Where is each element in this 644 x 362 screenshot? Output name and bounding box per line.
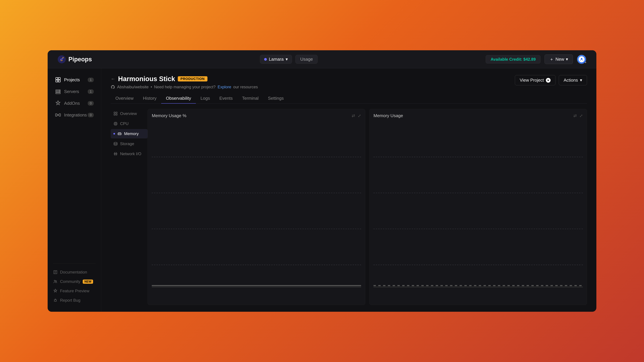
sidebar-item-addons[interactable]: AddOns 0	[50, 97, 99, 109]
chart-expand-icon-2[interactable]: ⤢	[580, 113, 583, 118]
logo-icon	[58, 55, 66, 63]
svg-rect-12	[56, 114, 57, 116]
chart-expand-icon[interactable]: ⤢	[358, 113, 361, 118]
svg-rect-24	[115, 123, 116, 124]
memory-icon	[118, 132, 122, 136]
tabs: Overview History Observability Logs Even…	[111, 93, 587, 104]
integrations-icon	[55, 112, 61, 118]
chart-body-memory	[374, 121, 583, 301]
sidebar-item-servers[interactable]: Servers 1	[50, 86, 99, 97]
back-button[interactable]: ←	[111, 77, 116, 81]
workspace-chevron: ▾	[286, 57, 288, 62]
workspace-dot	[264, 58, 267, 61]
svg-rect-20	[116, 112, 117, 113]
memory-usage-pct-chart: Memory Usage % ⇄ ⤢	[148, 109, 365, 305]
chart-title-memory: Memory Usage	[374, 113, 403, 118]
new-button[interactable]: ＋ New ▾	[544, 54, 573, 64]
usage-button[interactable]: Usage	[295, 55, 318, 64]
svg-rect-23	[114, 122, 117, 125]
workspace-name: Lamara	[269, 57, 284, 62]
svg-point-16	[56, 281, 57, 282]
report-bug-icon	[53, 298, 58, 303]
svg-point-1	[62, 57, 64, 58]
obs-nav-overview[interactable]: Overview	[111, 109, 148, 118]
tab-history[interactable]: History	[138, 93, 161, 104]
tab-terminal[interactable]: Terminal	[237, 93, 263, 104]
documentation-icon	[53, 270, 58, 275]
sidebar-bottom: Documentation Community NEW	[48, 266, 101, 306]
credit-value: $42.89	[524, 57, 536, 61]
active-indicator	[113, 133, 115, 135]
page-header-right: View Project Actions ▾	[515, 75, 587, 85]
integrations-badge: 0	[88, 113, 94, 117]
sidebar-item-servers-label: Servers	[64, 89, 79, 94]
network-io-icon	[113, 152, 118, 156]
sidebar-item-integrations[interactable]: Integrations 0	[50, 109, 99, 121]
env-badge: PRODUCTION	[178, 76, 207, 81]
feature-preview-icon	[53, 289, 58, 293]
sidebar-nav: Projects 1 Servers	[48, 74, 101, 261]
svg-rect-4	[58, 78, 60, 80]
breadcrumb-row: ← Harmonious Stick PRODUCTION	[111, 75, 258, 83]
community-new-badge: NEW	[83, 280, 93, 284]
projects-badge: 1	[88, 78, 94, 82]
sidebar-item-integrations-label: Integrations	[64, 112, 87, 118]
sidebar-item-projects[interactable]: Projects 1	[50, 74, 99, 85]
main-layout: Projects 1 Servers	[48, 68, 596, 312]
obs-nav-network-io[interactable]: Network I/O	[111, 149, 148, 159]
svg-rect-19	[114, 112, 115, 113]
page-header: ← Harmonious Stick PRODUCTION Abshaibu/w…	[111, 75, 587, 89]
cpu-icon	[113, 121, 118, 126]
obs-nav-storage[interactable]: Storage	[111, 139, 148, 148]
addons-badge: 0	[88, 101, 94, 106]
svg-rect-27	[120, 134, 120, 134]
svg-rect-13	[59, 114, 60, 116]
storage-icon	[113, 142, 118, 146]
header-center: Lamara ▾ Usage	[92, 55, 486, 64]
sidebar-link-documentation[interactable]: Documentation	[48, 268, 101, 277]
obs-nav-cpu[interactable]: CPU	[111, 119, 148, 128]
projects-icon	[55, 77, 61, 83]
play-icon	[546, 78, 550, 83]
credit-badge: Available Credit: $42.89	[486, 55, 540, 63]
tab-logs[interactable]: Logs	[196, 93, 215, 104]
chart-body-memory-pct	[152, 121, 361, 301]
svg-point-29	[114, 142, 117, 144]
svg-rect-5	[56, 80, 58, 82]
workspace-selector[interactable]: Lamara ▾	[260, 55, 292, 64]
svg-point-11	[59, 91, 60, 92]
user-avatar-button[interactable]: ▾	[577, 55, 586, 64]
svg-point-14	[58, 114, 58, 115]
tab-settings[interactable]: Settings	[263, 93, 288, 104]
svg-point-15	[54, 280, 55, 281]
overview-icon	[113, 111, 118, 116]
svg-rect-22	[116, 114, 117, 115]
tab-overview[interactable]: Overview	[111, 93, 138, 104]
sidebar-divider	[53, 263, 96, 264]
community-icon	[53, 279, 58, 284]
repo-row: Abshaibu/website • Need help managing yo…	[111, 85, 258, 89]
obs-nav-memory[interactable]: Memory	[111, 129, 148, 138]
app-window: Pipeops Lamara ▾ Usage Available Credit:…	[48, 50, 596, 312]
explore-link[interactable]: Explore	[218, 85, 231, 89]
svg-marker-18	[548, 79, 549, 81]
addons-icon	[55, 100, 61, 106]
chart-refresh-icon-2[interactable]: ⇄	[574, 113, 577, 118]
view-project-button[interactable]: View Project	[515, 75, 556, 85]
sidebar: Projects 1 Servers	[48, 68, 101, 312]
chart-refresh-icon[interactable]: ⇄	[352, 113, 355, 118]
svg-point-0	[58, 55, 66, 63]
sidebar-link-community[interactable]: Community NEW	[48, 277, 101, 286]
logo-area: Pipeops	[58, 55, 92, 63]
avatar-icon	[578, 56, 585, 62]
svg-point-17	[54, 300, 56, 302]
sidebar-link-report-bug[interactable]: Report Bug	[48, 296, 101, 305]
sidebar-link-feature-preview[interactable]: Feature Preview	[48, 286, 101, 296]
tab-observability[interactable]: Observability	[161, 93, 196, 104]
actions-button[interactable]: Actions ▾	[559, 75, 587, 85]
tab-events[interactable]: Events	[215, 93, 238, 104]
servers-icon	[55, 88, 61, 94]
content-area: ← Harmonious Stick PRODUCTION Abshaibu/w…	[101, 68, 596, 312]
servers-badge: 1	[88, 89, 94, 94]
github-icon	[111, 85, 115, 89]
